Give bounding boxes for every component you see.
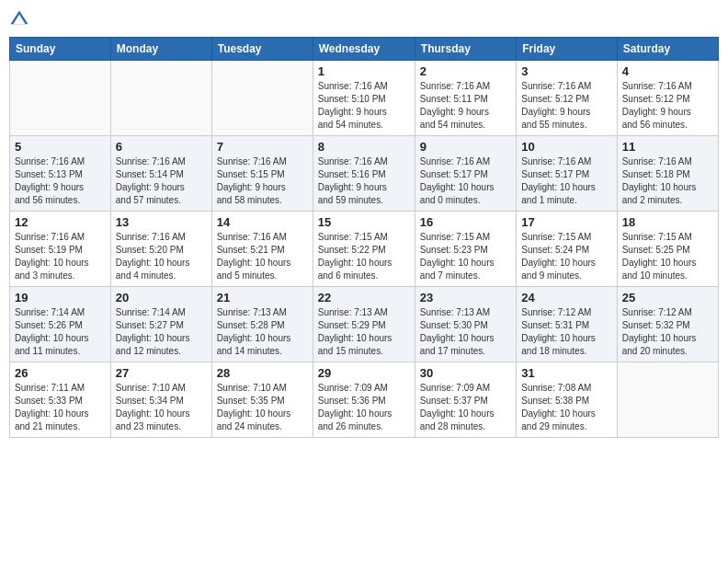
calendar-cell [211,61,313,136]
day-number: 22 [318,291,410,304]
day-info: Sunrise: 7:16 AM Sunset: 5:11 PM Dayligh… [420,80,511,132]
weekday-header-friday: Friday [517,38,617,61]
calendar-cell: 14Sunrise: 7:16 AM Sunset: 5:21 PM Dayli… [211,212,313,287]
day-number: 20 [116,291,207,304]
day-info: Sunrise: 7:16 AM Sunset: 5:15 PM Dayligh… [217,155,308,207]
day-number: 23 [420,291,511,304]
calendar-cell: 13Sunrise: 7:16 AM Sunset: 5:20 PM Dayli… [110,212,211,287]
calendar-cell: 25Sunrise: 7:12 AM Sunset: 5:32 PM Dayli… [617,287,718,362]
day-number: 16 [420,215,511,229]
calendar-week-row: 1Sunrise: 7:16 AM Sunset: 5:10 PM Daylig… [10,61,719,136]
day-number: 3 [521,64,611,78]
day-info: Sunrise: 7:11 AM Sunset: 5:33 PM Dayligh… [15,382,106,433]
day-number: 25 [622,291,713,304]
day-info: Sunrise: 7:15 AM Sunset: 5:24 PM Dayligh… [521,231,611,282]
calendar-table: SundayMondayTuesdayWednesdayThursdayFrid… [9,37,719,438]
calendar-week-row: 5Sunrise: 7:16 AM Sunset: 5:13 PM Daylig… [10,136,719,212]
calendar-cell [617,362,718,438]
calendar-cell: 9Sunrise: 7:16 AM Sunset: 5:17 PM Daylig… [415,136,516,212]
day-number: 28 [217,366,308,380]
day-info: Sunrise: 7:15 AM Sunset: 5:23 PM Dayligh… [420,231,511,282]
day-number: 14 [217,215,308,229]
calendar-cell: 16Sunrise: 7:15 AM Sunset: 5:23 PM Dayli… [415,212,516,287]
day-number: 24 [521,291,611,304]
calendar-cell: 15Sunrise: 7:15 AM Sunset: 5:22 PM Dayli… [313,212,415,287]
calendar-cell: 28Sunrise: 7:10 AM Sunset: 5:35 PM Dayli… [211,362,313,438]
calendar-week-row: 19Sunrise: 7:14 AM Sunset: 5:26 PM Dayli… [10,287,719,362]
calendar-cell: 30Sunrise: 7:09 AM Sunset: 5:37 PM Dayli… [415,362,516,438]
header [9,9,719,29]
calendar-cell: 23Sunrise: 7:13 AM Sunset: 5:30 PM Dayli… [415,287,516,362]
calendar-cell: 24Sunrise: 7:12 AM Sunset: 5:31 PM Dayli… [517,287,617,362]
calendar-cell: 4Sunrise: 7:16 AM Sunset: 5:12 PM Daylig… [617,61,718,136]
weekday-header-row: SundayMondayTuesdayWednesdayThursdayFrid… [10,38,719,61]
day-number: 26 [15,366,106,380]
calendar-cell [10,61,111,136]
day-info: Sunrise: 7:12 AM Sunset: 5:31 PM Dayligh… [521,306,611,358]
day-number: 15 [318,215,410,229]
day-info: Sunrise: 7:13 AM Sunset: 5:28 PM Dayligh… [217,306,308,358]
day-info: Sunrise: 7:16 AM Sunset: 5:18 PM Dayligh… [622,155,713,207]
day-number: 29 [318,366,410,380]
day-info: Sunrise: 7:15 AM Sunset: 5:25 PM Dayligh… [622,231,713,282]
day-number: 1 [318,64,410,78]
day-number: 7 [217,140,308,154]
calendar-cell: 21Sunrise: 7:13 AM Sunset: 5:28 PM Dayli… [211,287,313,362]
calendar-cell: 29Sunrise: 7:09 AM Sunset: 5:36 PM Dayli… [313,362,415,438]
day-number: 18 [622,215,713,229]
day-number: 6 [116,140,207,154]
day-info: Sunrise: 7:10 AM Sunset: 5:34 PM Dayligh… [116,382,207,433]
calendar-cell: 18Sunrise: 7:15 AM Sunset: 5:25 PM Dayli… [617,212,718,287]
weekday-header-sunday: Sunday [10,38,111,61]
day-info: Sunrise: 7:16 AM Sunset: 5:16 PM Dayligh… [318,155,410,207]
day-info: Sunrise: 7:16 AM Sunset: 5:21 PM Dayligh… [217,231,308,282]
day-info: Sunrise: 7:09 AM Sunset: 5:37 PM Dayligh… [420,382,511,433]
day-info: Sunrise: 7:16 AM Sunset: 5:19 PM Dayligh… [15,231,106,282]
logo [9,9,31,29]
calendar-week-row: 26Sunrise: 7:11 AM Sunset: 5:33 PM Dayli… [10,362,719,438]
day-number: 2 [420,64,511,78]
day-info: Sunrise: 7:16 AM Sunset: 5:17 PM Dayligh… [521,155,611,207]
calendar-week-row: 12Sunrise: 7:16 AM Sunset: 5:19 PM Dayli… [10,212,719,287]
day-number: 12 [15,215,106,229]
day-info: Sunrise: 7:13 AM Sunset: 5:30 PM Dayligh… [420,306,511,358]
calendar-cell: 7Sunrise: 7:16 AM Sunset: 5:15 PM Daylig… [211,136,313,212]
calendar-cell: 26Sunrise: 7:11 AM Sunset: 5:33 PM Dayli… [10,362,111,438]
weekday-header-saturday: Saturday [617,38,718,61]
calendar-cell: 2Sunrise: 7:16 AM Sunset: 5:11 PM Daylig… [415,61,516,136]
weekday-header-thursday: Thursday [415,38,516,61]
calendar-cell: 11Sunrise: 7:16 AM Sunset: 5:18 PM Dayli… [617,136,718,212]
calendar-cell: 19Sunrise: 7:14 AM Sunset: 5:26 PM Dayli… [10,287,111,362]
day-number: 4 [622,64,713,78]
calendar-cell: 22Sunrise: 7:13 AM Sunset: 5:29 PM Dayli… [313,287,415,362]
day-number: 5 [15,140,106,154]
weekday-header-tuesday: Tuesday [211,38,313,61]
day-number: 21 [217,291,308,304]
calendar-cell: 10Sunrise: 7:16 AM Sunset: 5:17 PM Dayli… [517,136,617,212]
calendar-cell: 1Sunrise: 7:16 AM Sunset: 5:10 PM Daylig… [313,61,415,136]
day-info: Sunrise: 7:16 AM Sunset: 5:12 PM Dayligh… [622,80,713,132]
logo-icon [9,9,29,29]
weekday-header-wednesday: Wednesday [313,38,415,61]
day-number: 31 [521,366,611,380]
day-number: 13 [116,215,207,229]
calendar-cell [110,61,211,136]
day-info: Sunrise: 7:15 AM Sunset: 5:22 PM Dayligh… [318,231,410,282]
day-number: 30 [420,366,511,380]
day-number: 9 [420,140,511,154]
day-info: Sunrise: 7:09 AM Sunset: 5:36 PM Dayligh… [318,382,410,433]
calendar-cell: 5Sunrise: 7:16 AM Sunset: 5:13 PM Daylig… [10,136,111,212]
day-number: 27 [116,366,207,380]
day-number: 19 [15,291,106,304]
calendar-cell: 20Sunrise: 7:14 AM Sunset: 5:27 PM Dayli… [110,287,211,362]
day-info: Sunrise: 7:16 AM Sunset: 5:10 PM Dayligh… [318,80,410,132]
day-number: 11 [622,140,713,154]
day-info: Sunrise: 7:16 AM Sunset: 5:13 PM Dayligh… [15,155,106,207]
day-info: Sunrise: 7:16 AM Sunset: 5:14 PM Dayligh… [116,155,207,207]
day-info: Sunrise: 7:08 AM Sunset: 5:38 PM Dayligh… [521,382,611,433]
page: SundayMondayTuesdayWednesdayThursdayFrid… [0,0,728,563]
calendar-cell: 27Sunrise: 7:10 AM Sunset: 5:34 PM Dayli… [110,362,211,438]
calendar-cell: 17Sunrise: 7:15 AM Sunset: 5:24 PM Dayli… [517,212,617,287]
calendar-cell: 6Sunrise: 7:16 AM Sunset: 5:14 PM Daylig… [110,136,211,212]
day-info: Sunrise: 7:12 AM Sunset: 5:32 PM Dayligh… [622,306,713,358]
